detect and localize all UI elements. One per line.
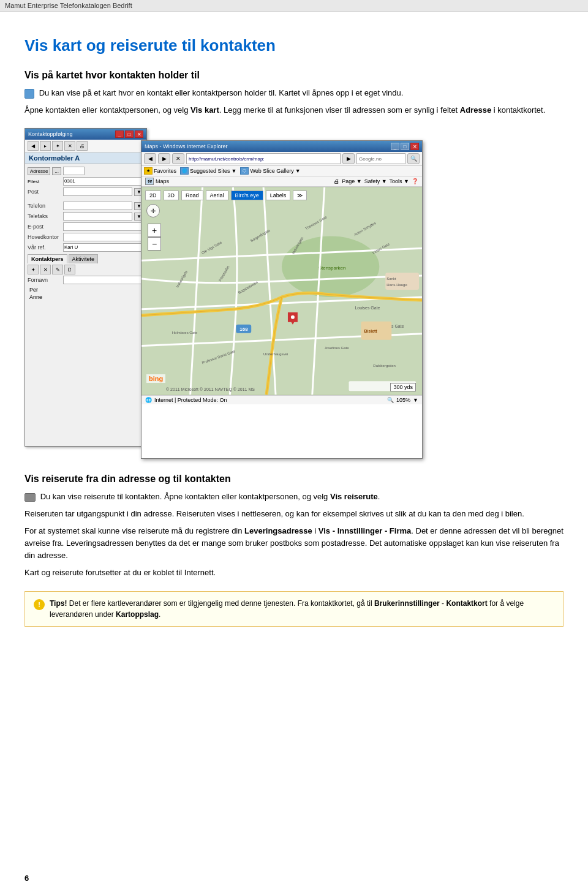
map-btn-aerial[interactable]: Aerial — [206, 191, 228, 200]
crm-sub-btn2[interactable]: ✕ — [40, 265, 51, 274]
section1-para2: Åpne kontakten eller kontaktpersonen, og… — [24, 104, 564, 116]
map-btn-3d[interactable]: 3D — [164, 191, 179, 200]
page-number: 6 — [24, 874, 29, 883]
ie-search-bar[interactable]: Google.no — [356, 153, 405, 164]
ie-titlebar: Maps - Windows Internet Explorer _ □ ✕ — [141, 141, 422, 152]
ie-cmd-print[interactable]: 🖨 — [334, 178, 339, 184]
ie-forward-btn[interactable]: ▶ — [158, 153, 170, 164]
crm-telefon-row: Telefon ▼ — [28, 202, 144, 210]
map-btn-expand[interactable]: ≫ — [293, 191, 307, 200]
ie-search-btn[interactable]: 🔍 — [407, 153, 420, 164]
crm-toolbar-btn5[interactable]: 🖨 — [77, 141, 88, 151]
crm-telefon-field[interactable] — [63, 202, 132, 210]
crm-post-row: Post ▼ — [28, 187, 144, 196]
ie-status-right: 🔍 105% ▼ — [387, 397, 418, 403]
crm-minimize-btn[interactable]: _ — [115, 130, 124, 138]
crm-epost-field[interactable] — [63, 222, 144, 231]
map-btn-2d[interactable]: 2D — [145, 191, 161, 200]
ie-go-btn[interactable]: ▶ — [342, 153, 355, 164]
crm-close-btn[interactable]: ✕ — [135, 130, 143, 138]
ie-favorites-btn[interactable]: ★ Favorites — [144, 167, 176, 175]
map-zoom-in-btn[interactable]: + — [148, 224, 161, 237]
ie-webslice-icon: ⬡ — [240, 167, 249, 175]
crm-toolbar-btn1[interactable]: ◀ — [28, 141, 39, 151]
crm-tab-aktivitete[interactable]: Aktivitete — [69, 254, 99, 263]
section2: Vis reiserute fra din adresse og til kon… — [24, 474, 564, 579]
ie-close-btn[interactable]: ✕ — [410, 143, 419, 150]
crm-person2: Anne — [29, 294, 42, 300]
svg-text:Bislett: Bislett — [364, 329, 377, 333]
crm-toolbar-btn4[interactable]: ✕ — [64, 141, 75, 151]
ie-back-btn[interactable]: ◀ — [144, 153, 156, 164]
ie-search-text: Google.no — [359, 156, 382, 162]
ie-address-bar[interactable]: http://mamut.net/controls/crm/map: — [186, 153, 341, 164]
svg-rect-29 — [385, 273, 419, 290]
main-title: Vis kart og reiserute til kontakten — [24, 36, 564, 55]
crm-sub-btn4[interactable]: 🗋 — [64, 265, 75, 274]
map-btn-labels[interactable]: Labels — [266, 191, 291, 200]
crm-fornavn-field[interactable] — [63, 276, 144, 284]
map-zoom-out-btn[interactable]: − — [148, 237, 161, 251]
ie-cmd-page[interactable]: Page ▼ — [342, 178, 361, 184]
crm-hk-field[interactable] — [63, 233, 144, 241]
ie-maximize-btn[interactable]: □ — [401, 143, 409, 150]
crm-sub-btn1[interactable]: ✦ — [28, 265, 39, 274]
map-zoom-controls: + − — [148, 224, 161, 251]
crm-maximize-btn[interactable]: □ — [125, 130, 134, 138]
section2-para3: For at systemet skal kunne vise reiserut… — [24, 525, 564, 562]
crm-title: Kontaktoppfølging — [28, 131, 73, 137]
crm-person2-row: Anne — [28, 293, 144, 301]
header-title: Mamut Enterprise Telefonkatalogen Bedrif… — [5, 2, 132, 9]
ie-cmd-help[interactable]: ❓ — [412, 178, 418, 184]
ie-suggested-sites-btn[interactable]: 🌐 Suggested Sites ▼ — [180, 167, 236, 175]
crm-tab-kontaktpers[interactable]: Kontaktpers — [28, 254, 67, 263]
crm-telefon-label: Telefon — [28, 203, 61, 209]
crm-post-field[interactable] — [63, 187, 132, 196]
section2-para2: Reiseruten tar utgangspunkt i din adress… — [24, 508, 564, 520]
map-compass[interactable]: ✛ — [146, 204, 160, 217]
map-area: 2D 3D Road Aerial Bird's eye Labels ≫ + … — [141, 187, 422, 395]
crm-toolbar-btn2[interactable]: ▸ — [40, 141, 51, 151]
ie-nav-bar: ◀ ▶ ✕ http://mamut.net/controls/crm/map:… — [141, 152, 422, 166]
ie-maps-tab-label: Maps — [156, 178, 169, 184]
map-controls-top: 2D 3D Road Aerial Bird's eye Labels ≫ — [145, 191, 418, 200]
tip-icon: ! — [34, 599, 45, 610]
ie-zoom-icon: 🔍 — [387, 397, 394, 403]
map-icon — [24, 89, 34, 99]
crm-varref-field[interactable]: Kari U — [63, 243, 144, 252]
ie-suggested-icon: 🌐 — [180, 167, 189, 175]
section2-title: Vis reiserute fra din adresse og til kon… — [24, 474, 564, 485]
ie-window: Maps - Windows Internet Explorer _ □ ✕ ◀… — [141, 140, 423, 459]
crm-toolbar-btn3[interactable]: ✦ — [52, 141, 63, 151]
crm-telefaks-field[interactable] — [63, 212, 132, 221]
ie-command-bar: 🗺 Maps 🖨 Page ▼ Safety ▼ Tools ▼ ❓ — [141, 176, 422, 187]
svg-text:Hans-Hauge: Hans-Hauge — [386, 283, 407, 287]
section1-title: Vis på kartet hvor kontakten holder til — [24, 70, 564, 81]
map-btn-road[interactable]: Road — [181, 191, 203, 200]
crm-filest-field[interactable] — [63, 167, 85, 175]
ie-cmd-tools[interactable]: Tools ▼ — [390, 178, 409, 184]
ie-web-slice-btn[interactable]: ⬡ Web Slice Gallery ▼ — [240, 167, 300, 175]
page-header: Mamut Enterprise Telefonkatalogen Bedrif… — [0, 0, 588, 12]
crm-sub-btn3[interactable]: ✎ — [52, 265, 63, 274]
ie-globe-icon: 🌐 — [145, 397, 152, 403]
ie-cmd-safety[interactable]: Safety ▼ — [364, 178, 387, 184]
svg-text:Josefines Gate: Josefines Gate — [325, 346, 349, 350]
svg-point-34 — [291, 315, 295, 319]
crm-filest-value-field[interactable]: 0301 — [63, 177, 144, 186]
section2-para4: Kart og reiserute forutsetter at du er k… — [24, 567, 564, 579]
crm-address-btn[interactable]: Adresse — [28, 167, 50, 175]
ie-statusbar: 🌐 Internet | Protected Mode: On 🔍 105% ▼ — [141, 395, 422, 404]
ie-minimize-btn[interactable]: _ — [391, 143, 399, 150]
crm-epost-row: E-post — [28, 222, 144, 231]
map-btn-birds-eye[interactable]: Bird's eye — [231, 191, 263, 200]
crm-dots-btn[interactable]: ... — [52, 167, 61, 175]
crm-hk-row: Hovedkontor — [28, 233, 144, 241]
ie-stop-btn[interactable]: ✕ — [172, 153, 184, 164]
crm-epost-label: E-post — [28, 224, 61, 230]
ie-maps-tab-icon: 🗺 — [145, 178, 154, 185]
svg-text:168: 168 — [239, 327, 248, 332]
svg-text:Underhaugsvei: Underhaugsvei — [263, 352, 288, 356]
ie-zoom-dropdown[interactable]: ▼ — [413, 397, 418, 403]
crm-titlebar: Kontaktoppfølging _ □ ✕ — [25, 129, 146, 140]
